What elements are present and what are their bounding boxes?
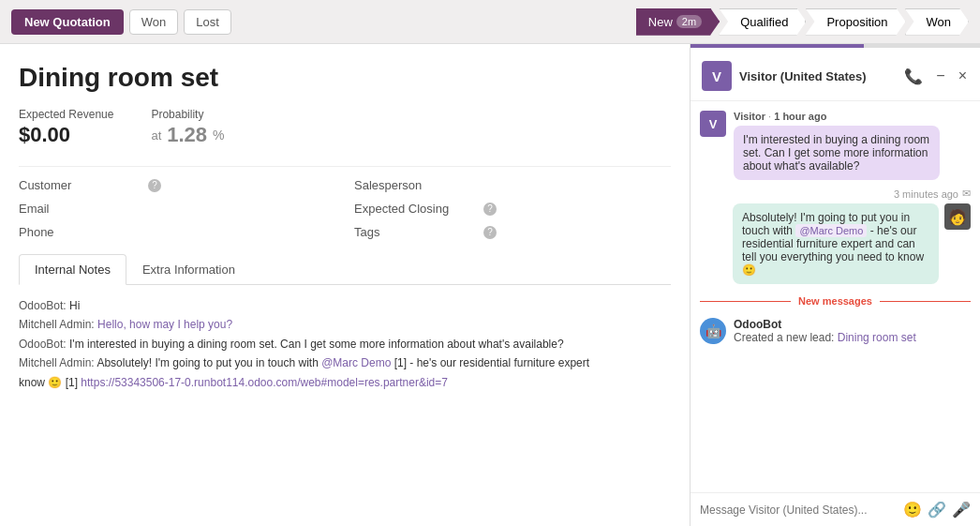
won-button[interactable]: Won — [129, 9, 179, 35]
agent-msg-time: 3 minutes ago — [894, 188, 958, 200]
odoobot-avatar: 🤖 — [700, 318, 726, 344]
probability-metric: Probability at 1.28 % — [151, 108, 224, 147]
visitor-message: V Visitor · 1 hour ago I'm interested in… — [700, 111, 971, 180]
odoobot-action: Created a new lead: — [734, 331, 834, 344]
agent-message: 3 minutes ago ✉ Absolutely! I'm going to… — [700, 188, 971, 284]
phone-field-row: Phone — [19, 225, 335, 239]
new-quotation-button[interactable]: New Quotation — [11, 9, 124, 35]
visitor-msg-time: 1 hour ago — [774, 111, 826, 122]
visitor-msg-content: Visitor · 1 hour ago I'm interested in b… — [734, 111, 940, 180]
tab-internal-notes[interactable]: Internal Notes — [19, 254, 126, 285]
expected-revenue-label: Expected Revenue — [19, 108, 113, 121]
phone-label: Phone — [19, 225, 141, 239]
new-messages-line-right — [880, 301, 971, 302]
new-messages-label: New messages — [798, 295, 872, 307]
agent-avatar: 🧑 — [944, 203, 971, 230]
pipeline-stage-proposition[interactable]: Proposition — [805, 8, 905, 36]
log-line-4: Mitchell Admin: Absolutely! I'm going to… — [19, 353, 671, 372]
chat-panel: V Visitor (United States) 📞 − × V Visito… — [690, 44, 980, 526]
chat-input-row: 🙂 🔗 🎤 — [690, 492, 980, 526]
form-area: Dining room set Expected Revenue $0.00 P… — [0, 44, 690, 526]
chat-minimize-button[interactable]: − — [934, 66, 946, 86]
probability-value[interactable]: 1.28 — [167, 123, 207, 147]
log-line-3: OdooBot: I'm interested in buying a dini… — [19, 335, 671, 353]
log-line-2: Mitchell Admin: Hello, how may I help yo… — [19, 315, 671, 334]
expected-closing-help[interactable]: ? — [483, 203, 497, 216]
customer-label: Customer — [19, 178, 141, 192]
chat-close-button[interactable]: × — [957, 66, 969, 86]
odoobot-message: 🤖 OdooBot Created a new lead: Dining roo… — [700, 318, 971, 344]
top-bar-actions: New Quotation Won Lost — [11, 9, 231, 35]
pipeline-stage-won[interactable]: Won — [905, 8, 970, 36]
visitor-msg-meta: Visitor · 1 hour ago — [734, 111, 940, 122]
fields-grid: Customer ? Salesperson Email Expected Cl… — [19, 178, 671, 239]
log-line-1: OdooBot: Hi — [19, 296, 671, 315]
expected-revenue-metric: Expected Revenue $0.00 — [19, 108, 113, 147]
expected-closing-field-row: Expected Closing ? — [354, 202, 671, 216]
emoji-icon[interactable]: 🙂 — [903, 501, 922, 518]
visitor-avatar: V — [702, 61, 732, 91]
odoobot-name: OdooBot — [734, 318, 781, 331]
email-label: Email — [19, 202, 141, 216]
page-title: Dining room set — [19, 63, 671, 93]
chat-input[interactable] — [700, 503, 898, 517]
visitor-msg-avatar: V — [700, 111, 726, 137]
odoobot-info: OdooBot Created a new lead: Dining room … — [734, 318, 916, 344]
visitor-msg-bubble: I'm interested in buying a dining room s… — [734, 126, 940, 180]
probability-label: Probability — [151, 108, 224, 121]
tabs: Internal NotesExtra Information — [19, 254, 671, 285]
divider — [19, 166, 671, 167]
pipeline-stage-new[interactable]: New 2m — [636, 8, 720, 36]
agent-msg-bubble: Absolutely! I'm going to put you in touc… — [733, 203, 939, 284]
chat-header-left: V Visitor (United States) — [702, 61, 867, 91]
agent-msg-meta: 3 minutes ago ✉ — [700, 188, 971, 200]
chat-progress — [690, 44, 980, 48]
salesperson-field-row: Salesperson — [354, 178, 671, 192]
new-messages-line-left — [700, 301, 791, 302]
expected-closing-label: Expected Closing — [354, 202, 476, 216]
probability-pct: % — [213, 128, 224, 143]
chat-header: V Visitor (United States) 📞 − × — [690, 52, 980, 101]
chat-visitor-name: Visitor (United States) — [739, 69, 867, 83]
attachment-icon[interactable]: 🔗 — [928, 501, 946, 518]
salesperson-label: Salesperson — [354, 178, 476, 192]
customer-help[interactable]: ? — [148, 179, 161, 192]
odoobot-link[interactable]: Dining room set — [838, 331, 916, 344]
new-messages-divider: New messages — [700, 295, 971, 307]
probability-at: at — [151, 128, 161, 143]
metrics-row: Expected Revenue $0.00 Probability at 1.… — [19, 108, 671, 147]
lost-button[interactable]: Lost — [184, 9, 231, 35]
top-bar: New Quotation Won Lost New 2mQualifiedPr… — [0, 0, 980, 43]
main-content: Dining room set Expected Revenue $0.00 P… — [0, 43, 980, 526]
mention-marc-demo: @Marc Demo — [795, 224, 867, 237]
visitor-sender-name: Visitor — [734, 111, 765, 122]
chat-header-actions: 📞 − × — [902, 66, 969, 87]
pipeline-stage-qualified[interactable]: Qualified — [719, 8, 806, 36]
tags-label: Tags — [354, 225, 476, 239]
email-field-row: Email — [19, 202, 335, 216]
log-content: OdooBot: Hi Mitchell Admin: Hello, how m… — [19, 296, 671, 392]
tags-field-row: Tags ? — [354, 225, 671, 239]
expected-revenue-value[interactable]: $0.00 — [19, 123, 113, 147]
email-icon: ✉ — [962, 188, 971, 200]
voice-icon[interactable]: 🎤 — [952, 501, 971, 518]
pipeline-stages: New 2mQualifiedPropositionWon — [637, 8, 969, 36]
probability-row: at 1.28 % — [151, 123, 224, 147]
log-line-5: know 🙂 [1] https://53343506-17-0.runbot1… — [19, 373, 671, 392]
tab-extra-information[interactable]: Extra Information — [126, 254, 251, 284]
chat-messages: V Visitor · 1 hour ago I'm interested in… — [690, 101, 980, 492]
chat-phone-button[interactable]: 📞 — [902, 66, 925, 87]
customer-field-row: Customer ? — [19, 178, 335, 192]
tags-help[interactable]: ? — [483, 226, 497, 239]
